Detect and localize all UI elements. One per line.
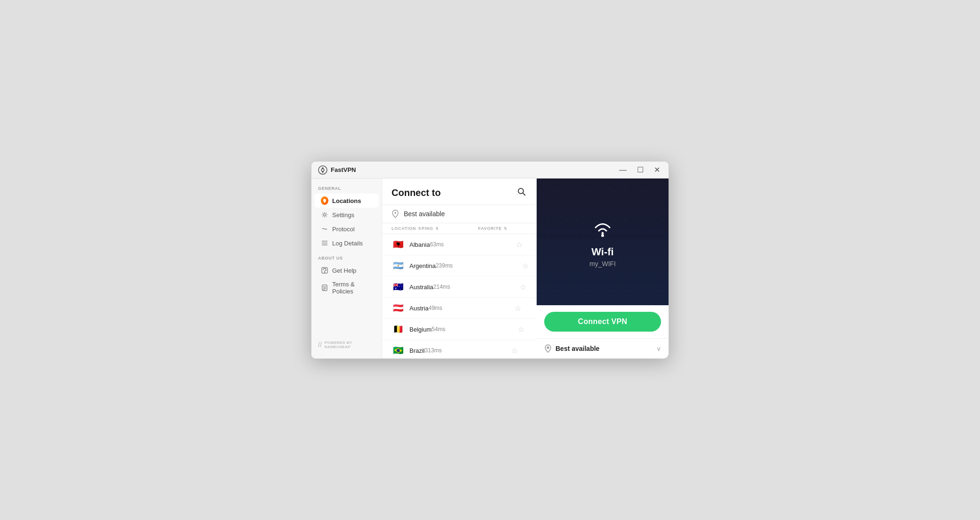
favorite-star[interactable]: ☆ <box>490 283 537 292</box>
about-section-label: ABOUT US <box>311 256 382 263</box>
country-name: Argentina <box>409 262 436 269</box>
country-name: Albania <box>409 241 430 248</box>
get-help-label: Get Help <box>332 267 356 274</box>
right-panel: Wi-fi my_WIFI Connect VPN Best available… <box>537 179 669 358</box>
main-content: Connect to Best available <box>382 179 537 358</box>
sidebar: GENERAL Locations <box>311 179 382 358</box>
table-row[interactable]: 🇦🇷 Argentina 239ms ☆ ∨ <box>382 255 537 276</box>
best-available-row[interactable]: Best available <box>382 205 537 223</box>
table-row[interactable]: 🇦🇺 Australia 214ms ☆ ∨ <box>382 276 537 298</box>
log-details-label: Log Details <box>332 240 363 247</box>
column-location: LOCATION ⇅ <box>392 226 422 231</box>
settings-label: Settings <box>332 211 354 219</box>
table-header: LOCATION ⇅ PING ⇅ FAVORITE ⇅ <box>382 223 537 234</box>
ping-value: 239ms <box>436 262 492 269</box>
svg-point-13 <box>518 188 523 194</box>
country-flag: 🇧🇷 <box>392 344 405 357</box>
country-flag: 🇦🇺 <box>392 280 405 293</box>
country-flag: 🇧🇪 <box>392 323 405 336</box>
protocol-icon <box>321 225 328 233</box>
wifi-panel: Wi-fi my_WIFI <box>537 179 669 305</box>
favorite-star[interactable]: ☆ <box>492 261 537 270</box>
country-flag: 🇦🇱 <box>392 238 405 251</box>
column-favorite: FAVORITE ⇅ <box>478 226 537 231</box>
terms-label: Terms & Policies <box>332 281 372 295</box>
table-row[interactable]: 🇧🇷 Brazil 313ms ☆ ∨ <box>382 340 537 358</box>
table-row[interactable]: 🇦🇹 Austria 49ms ☆ ∨ <box>382 298 537 319</box>
country-name: Brazil <box>409 347 425 354</box>
best-available-chevron[interactable]: ∨ <box>656 345 661 352</box>
best-available-bottom-content: Best available <box>544 344 599 353</box>
maximize-button[interactable]: ☐ <box>635 165 645 175</box>
table-row[interactable]: 🇦🇱 Albania 63ms ☆ ∨ <box>382 234 537 255</box>
country-name-cell: 🇧🇪 Belgium <box>392 323 432 336</box>
sidebar-item-get-help[interactable]: Get Help <box>314 263 379 277</box>
protocol-label: Protocol <box>332 226 355 233</box>
sidebar-item-protocol[interactable]: Protocol <box>314 222 379 236</box>
sidebar-item-settings[interactable]: Settings <box>314 208 379 222</box>
locations-label: Locations <box>332 197 361 204</box>
ping-value: 313ms <box>425 347 482 354</box>
country-name: Australia <box>409 284 433 291</box>
get-help-icon <box>321 267 328 274</box>
locations-icon <box>321 197 328 204</box>
sidebar-item-locations[interactable]: Locations <box>314 194 379 208</box>
country-name-cell: 🇦🇺 Australia <box>392 280 433 293</box>
search-button[interactable] <box>516 186 527 200</box>
log-details-icon <box>321 239 328 247</box>
svg-point-8 <box>324 272 325 272</box>
app-body: GENERAL Locations <box>311 179 669 358</box>
country-name-cell: 🇦🇹 Austria <box>392 301 428 315</box>
close-button[interactable]: ✕ <box>652 165 662 175</box>
country-list: 🇦🇱 Albania 63ms ☆ ∨ 🇦🇷 Argentina 239ms ☆… <box>382 234 537 358</box>
svg-point-15 <box>394 212 397 214</box>
settings-icon <box>321 211 328 219</box>
favorite-star[interactable]: ☆ <box>482 346 537 355</box>
best-available-bottom[interactable]: Best available ∨ <box>537 338 669 358</box>
ping-value: 54ms <box>432 326 488 333</box>
powered-by-label: POWERED BY NAMECHEAP <box>325 341 375 349</box>
country-flag: 🇦🇷 <box>392 259 405 272</box>
location-sort-icon: ⇅ <box>418 227 422 231</box>
best-available-label: Best available <box>404 210 445 218</box>
search-icon <box>517 187 526 196</box>
svg-point-17 <box>547 347 549 349</box>
favorite-star[interactable]: ☆ <box>488 325 537 334</box>
country-name-cell: 🇦🇷 Argentina <box>392 259 436 272</box>
svg-point-16 <box>601 234 604 237</box>
connect-button-area: Connect VPN <box>537 305 669 338</box>
app-window: FastVPN — ☐ ✕ GENERAL <box>311 161 669 359</box>
sidebar-item-terms[interactable]: Terms & Policies <box>314 277 379 298</box>
sidebar-footer: // POWERED BY NAMECHEAP <box>311 336 382 354</box>
favorite-star[interactable]: ☆ <box>486 240 537 249</box>
minimize-button[interactable]: — <box>617 165 629 175</box>
namecheap-logo: // <box>318 341 322 349</box>
wifi-icon <box>588 217 617 239</box>
svg-point-1 <box>322 169 324 171</box>
favorite-star[interactable]: ☆ <box>485 304 537 313</box>
ping-value: 49ms <box>428 305 485 311</box>
connect-vpn-button[interactable]: Connect VPN <box>544 312 661 332</box>
sidebar-item-log-details[interactable]: Log Details <box>314 236 379 250</box>
connection-type-label: Wi-fi <box>591 246 613 258</box>
country-name: Belgium <box>409 326 432 333</box>
general-section-label: GENERAL <box>311 186 382 194</box>
world-map-bg <box>537 179 669 305</box>
ping-value: 214ms <box>433 284 490 290</box>
titlebar: FastVPN — ☐ ✕ <box>311 162 669 179</box>
best-available-bottom-label: Best available <box>555 345 599 352</box>
network-name-label: my_WIFI <box>589 260 616 268</box>
app-name: FastVPN <box>331 166 356 173</box>
country-name: Austria <box>409 305 428 312</box>
svg-line-14 <box>523 193 526 196</box>
best-available-location-icon <box>392 210 399 218</box>
ping-sort-icon: ⇅ <box>435 227 439 231</box>
country-name-cell: 🇧🇷 Brazil <box>392 344 425 357</box>
table-row[interactable]: 🇧🇪 Belgium 54ms ☆ ∨ <box>382 319 537 340</box>
main-header: Connect to <box>382 179 537 205</box>
best-available-bottom-icon <box>544 344 552 353</box>
terms-icon <box>321 284 328 292</box>
svg-point-3 <box>324 214 326 216</box>
titlebar-logo: FastVPN <box>318 165 617 175</box>
titlebar-controls: — ☐ ✕ <box>617 165 662 175</box>
